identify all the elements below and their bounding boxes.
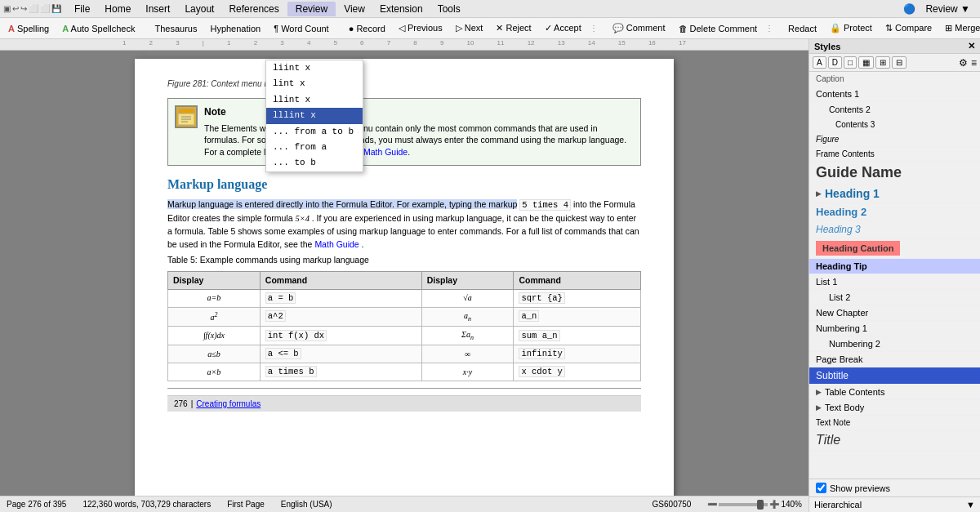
styles-update-btn[interactable]: ▦ [858,56,874,69]
undo-icon[interactable]: ↩ [12,4,19,13]
window-controls: ▣ ↩ ↪ ⬜ ⬜ 💾 [3,4,61,13]
styles-move-btn[interactable]: ⊟ [892,56,906,69]
zoom-in-icon[interactable]: ➕ [769,500,779,509]
style-newchapter[interactable]: New Chapter [809,305,980,321]
style-headingtip[interactable]: Heading Tip [809,259,980,274]
style-caption[interactable]: Caption [809,72,980,87]
dropdown-arrow-icon: ▼ [966,500,975,510]
style-guidename[interactable]: Guide Name [809,162,980,185]
protect-btn[interactable]: 🔒 Protect [825,21,877,35]
styles-list[interactable]: Caption Contents 1 Contents 2 Contents 3… [809,72,980,479]
style-list1-label: List 1 [816,277,837,287]
show-previews-label: Show previews [830,483,890,493]
page-bottom-bar: 276 | Creating formulas [167,395,641,412]
menu-layout[interactable]: Layout [178,2,220,16]
styles-edit-btn[interactable]: D [828,56,842,69]
table-header-display1: Display [168,271,261,289]
chapter-link[interactable]: Creating formulas [196,398,261,410]
autocomplete-item[interactable]: ... from a to b [266,124,363,140]
menu-tools[interactable]: Tools [431,2,467,16]
show-previews-checkbox[interactable] [816,483,826,493]
zoom-slider[interactable] [719,503,768,506]
style-textnote[interactable]: Text Note [809,416,980,430]
autocomplete-item-selected[interactable]: lllint x [266,108,363,123]
math-guide-link2[interactable]: Math Guide [314,239,359,249]
hyphenation-btn[interactable]: Hyphenation [205,22,265,35]
style-framecontents-label: Frame Contents [816,149,875,158]
accept-btn[interactable]: ✓ Accept [540,21,586,35]
style-contents3[interactable]: Contents 3 [809,118,980,132]
spelling-btn[interactable]: A Spelling [3,22,54,35]
style-subtitle[interactable]: Subtitle [809,367,980,385]
autocomplete-popup[interactable]: liint x lint x llint x lllint x ... from… [265,60,363,172]
styles-close-icon[interactable]: ✕ [968,41,975,51]
style-contents2[interactable]: Contents 2 [809,102,980,118]
autocomplete-item[interactable]: lint x [266,76,363,91]
autocomplete-item[interactable]: llint x [266,92,363,108]
style-contents1[interactable]: Contents 1 [809,87,980,102]
redo-icon[interactable]: ↪ [20,4,27,13]
style-guidename-label: Guide Name [816,164,902,181]
menu-home[interactable]: Home [98,2,137,16]
zoom-out-icon[interactable]: ➖ [707,500,717,509]
help-icon[interactable]: 🔵 [903,3,915,15]
formula-table: Display Command Display Command a=b a = … [167,271,641,381]
style-pagebreak[interactable]: Page Break [809,352,980,367]
comment-btn[interactable]: 💬 Comment [608,21,670,35]
menu-references[interactable]: References [222,2,285,16]
reject-btn[interactable]: ✕ Reject [491,21,536,35]
styles-new-btn[interactable]: A [813,56,826,69]
redact-btn[interactable]: Redact [783,22,822,35]
merge-btn[interactable]: ⊞ Merge [940,21,980,35]
menu-view[interactable]: View [337,2,372,16]
style-title[interactable]: Title [809,430,980,451]
page-container[interactable]: liint x lint x llint x lllint x ... from… [0,51,808,512]
style-tablecontents[interactable]: ▶ Table Contents [809,385,980,400]
delete-comment-btn[interactable]: 🗑 Delete Comment [674,22,763,35]
hierarchical-dropdown[interactable]: Hierarchical ▼ [809,496,980,512]
styles-panel-footer[interactable]: Show previews [809,479,980,496]
figure-caption: Figure 281: Context menu in Formula Edit… [167,78,641,90]
thesaurus-btn[interactable]: Thesaurus [149,22,202,35]
style-headingcaution[interactable]: Heading Caution [809,238,980,259]
menu-extension[interactable]: Extension [373,2,430,16]
wordcount-btn[interactable]: ¶ Word Count [269,22,333,35]
review-dropdown[interactable]: Review ▼ [919,2,977,16]
autocomplete-item[interactable]: liint x [266,60,363,76]
next-btn[interactable]: ▷ Next [451,21,488,35]
style-figure[interactable]: Figure [809,132,980,147]
previous-btn[interactable]: ◁ Previous [394,21,448,35]
menu-review[interactable]: Review [287,2,336,16]
autocomplete-item[interactable]: ... from a [266,140,363,155]
language-label: English (USA) [281,500,332,509]
math-guide-link[interactable]: Math Guide [363,147,408,157]
style-list2[interactable]: List 2 [809,290,980,305]
style-textbody[interactable]: ▶ Text Body [809,400,980,416]
style-heading2[interactable]: Heading 2 [809,203,980,221]
style-figure-label: Figure [816,135,839,144]
style-heading3[interactable]: Heading 3 [809,221,980,238]
note-box: Note The Elements window and the context… [167,98,641,166]
style-heading1[interactable]: ▶ Heading 1 [809,185,980,203]
styles-delete-btn[interactable]: □ [844,56,857,69]
save-icon[interactable]: 💾 [51,4,61,13]
more-options-icon[interactable]: ⋮ [590,24,598,33]
styles-options-btn[interactable]: ⊞ [875,56,890,69]
auto-spellcheck-btn[interactable]: A Auto Spellcheck [57,22,140,35]
menu-file[interactable]: File [68,2,96,16]
review-toolbar: A Spelling A Auto Spellcheck Thesaurus H… [0,18,980,39]
menu-insert[interactable]: Insert [139,2,176,16]
record-btn[interactable]: ● Record [344,22,390,35]
style-list1[interactable]: List 1 [809,274,980,290]
window-icon: ▣ [3,4,11,13]
styles-config-icon[interactable]: ⚙ [959,57,968,69]
style-numbering2[interactable]: Numbering 2 [809,336,980,352]
autocomplete-item[interactable]: ... to b [266,155,363,171]
compare-btn[interactable]: ⇅ Compare [880,21,937,35]
more-options2-icon[interactable]: ⋮ [765,24,773,33]
style-numbering1[interactable]: Numbering 1 [809,321,980,336]
first-page-label: First Page [227,500,265,509]
style-framecontents[interactable]: Frame Contents [809,147,980,162]
styles-list-icon[interactable]: ≡ [971,57,977,69]
zoom-controls[interactable]: ➖ ➕ 140% [707,500,802,509]
